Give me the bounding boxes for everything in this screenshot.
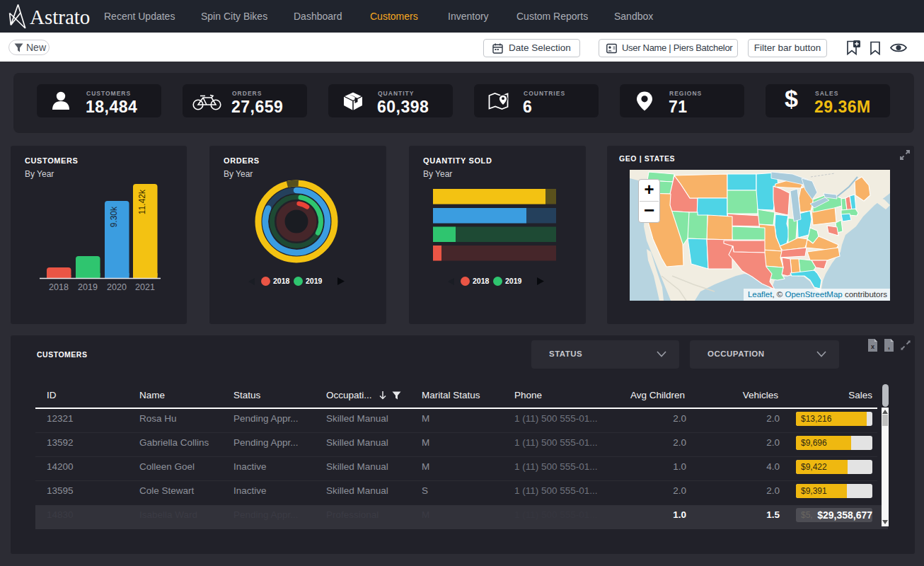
svg-text:2019: 2019	[78, 282, 98, 292]
svg-text:2020: 2020	[107, 282, 127, 292]
svg-text:9.30k: 9.30k	[109, 206, 119, 227]
svg-text:,: ,	[888, 342, 890, 350]
svg-text:2021: 2021	[135, 282, 155, 292]
svg-text:x: x	[871, 343, 874, 350]
svg-text:11.42k: 11.42k	[137, 189, 147, 214]
svg-text:2018: 2018	[49, 282, 69, 292]
